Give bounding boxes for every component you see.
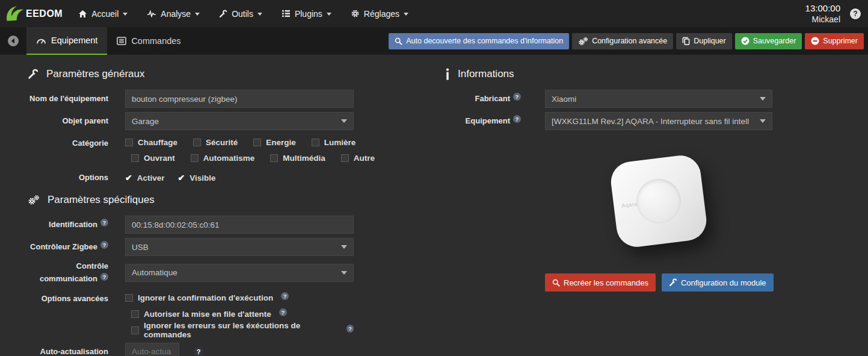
advanced-options-label: Options avancées — [18, 290, 108, 305]
chevron-down-icon — [760, 97, 766, 101]
device-image-wrap: Aqara — [545, 142, 772, 260]
category-chauffage[interactable]: Chauffage — [125, 138, 177, 147]
jeedom-logo[interactable]: EEDOM — [5, 5, 63, 22]
auto-refresh-label: Auto-actualisation (cron)? — [18, 343, 108, 356]
option-allow-queue[interactable]: Autoriser la mise en file d'attente? — [131, 306, 354, 322]
category-autre[interactable]: Autre — [341, 154, 375, 163]
manufacturer-row: Fabricant? Xiaomi — [443, 90, 780, 108]
auto-refresh-input[interactable] — [125, 343, 179, 356]
auto-discover-button[interactable]: Auto decouverte des commandes d'informat… — [389, 33, 569, 49]
pulse-icon — [147, 10, 156, 17]
equipment-model-select[interactable]: [WXKG11LM Rev.2] AQARA - Interrupteur sa… — [545, 112, 772, 130]
general-parameters-section: Paramètres généraux Nom de l'équipement … — [0, 63, 372, 356]
check-icon: ✔ — [125, 173, 132, 182]
brand-text: EEDOM — [26, 8, 63, 19]
help-icon[interactable]: ? — [513, 115, 521, 123]
checkbox-icon[interactable] — [131, 326, 139, 334]
wrench-icon — [669, 278, 677, 287]
tab-bar: Equipement Commandes Auto decouverte des… — [0, 27, 868, 55]
option-activer[interactable]: ✔Activer — [125, 173, 165, 183]
menu-outils[interactable]: Outils — [219, 9, 262, 19]
category-ouvrant[interactable]: Ouvrant — [131, 154, 175, 163]
help-icon[interactable]: ? — [194, 347, 203, 356]
equipment-name-row: Nom de l'équipement — [18, 90, 372, 108]
module-actions-row: Recréer les commandes Configuration du m… — [545, 273, 780, 292]
chevron-down-icon — [760, 119, 766, 123]
global-help-icon[interactable]: ? — [850, 8, 861, 19]
checkbox-icon[interactable] — [270, 154, 278, 162]
chevron-down-icon — [341, 271, 347, 275]
menu-plugins[interactable]: Plugins — [282, 9, 331, 19]
category-row: Catégorie Chauffage Sécurité Energie Lum… — [18, 134, 372, 166]
help-icon[interactable]: ? — [100, 241, 108, 249]
menu-accueil[interactable]: Accueil — [78, 9, 128, 19]
search-icon — [552, 279, 560, 287]
communication-control-label: Contrôle communication? — [18, 260, 108, 286]
help-icon[interactable]: ? — [100, 219, 108, 226]
zigbee-controller-label: Contrôleur Zigbee? — [18, 241, 108, 254]
option-ignore-confirmation[interactable]: Ignorer la confirmation d'exécution? — [125, 290, 354, 306]
search-icon — [395, 37, 402, 45]
checkbox-icon[interactable] — [191, 154, 199, 162]
delete-button[interactable]: Supprimer — [805, 33, 864, 49]
help-icon[interactable]: ? — [346, 325, 354, 333]
identification-label: Identification? — [18, 219, 108, 231]
menu-label: Plugins — [295, 9, 322, 19]
identification-input[interactable] — [125, 216, 354, 234]
checkbox-icon[interactable] — [312, 139, 319, 146]
checkbox-icon[interactable] — [131, 154, 139, 162]
menu-analyse[interactable]: Analyse — [147, 9, 200, 19]
recreate-commands-button[interactable]: Recréer les commandes — [545, 273, 656, 292]
parent-object-select[interactable]: Garage — [125, 112, 354, 130]
option-ignore-errors[interactable]: Ignorer les erreurs sur les éxécutions d… — [131, 322, 354, 339]
info-icon — [445, 68, 450, 80]
save-button[interactable]: Sauvegarder — [735, 33, 802, 49]
category-energie[interactable]: Energie — [253, 138, 296, 147]
gears-icon — [28, 195, 40, 205]
module-config-button[interactable]: Configuration du module — [662, 273, 774, 292]
equipment-model-row: Equipement? [WXKG11LM Rev.2] AQARA - Int… — [443, 112, 780, 130]
help-icon[interactable]: ? — [281, 292, 289, 300]
help-icon[interactable]: ? — [279, 308, 287, 316]
checkbox-icon[interactable] — [193, 139, 201, 146]
checkbox-icon[interactable] — [253, 139, 261, 146]
advanced-config-button[interactable]: Configuration avancée — [572, 33, 673, 49]
duplicate-button[interactable]: Dupliquer — [676, 33, 732, 49]
communication-control-select[interactable]: Automatique — [125, 264, 354, 282]
category-lumiere[interactable]: Lumière — [312, 138, 356, 147]
menu-reglages[interactable]: Réglages — [351, 9, 408, 19]
informations-section: Informations Fabricant? Xiaomi Equipemen… — [443, 63, 780, 356]
options-row: Options ✔Activer ✔Visible — [18, 170, 372, 186]
category-securite[interactable]: Sécurité — [193, 138, 238, 147]
chevron-down-icon — [327, 13, 331, 16]
manufacturer-label: Fabricant? — [443, 93, 521, 105]
equipment-name-input[interactable] — [125, 90, 354, 108]
tab-commandes[interactable]: Commandes — [107, 27, 190, 55]
chevron-down-icon — [195, 13, 200, 16]
toolbar-actions: Auto decouverte des commandes d'informat… — [389, 33, 868, 49]
checkbox-icon[interactable] — [125, 139, 133, 146]
category-multimedia[interactable]: Multimédia — [270, 154, 325, 163]
checkbox-icon[interactable] — [341, 154, 349, 162]
tab-equipement[interactable]: Equipement — [26, 27, 107, 55]
list-alt-icon — [117, 37, 126, 45]
general-parameters-title: Paramètres généraux — [28, 68, 372, 80]
option-visible[interactable]: ✔Visible — [178, 173, 216, 183]
top-navigation: EEDOM Accueil Analyse Outils Plugins — [0, 0, 868, 27]
tachometer-icon — [36, 36, 46, 45]
manufacturer-select[interactable]: Xiaomi — [545, 90, 772, 108]
tab-label: Commandes — [131, 36, 180, 46]
minus-circle-icon — [811, 37, 819, 45]
zigbee-controller-select[interactable]: USB — [125, 238, 354, 256]
device-image: Aqara — [609, 153, 709, 249]
check-icon: ✔ — [178, 173, 185, 182]
back-button[interactable] — [0, 35, 26, 47]
checkbox-icon[interactable] — [131, 310, 139, 318]
category-automatisme[interactable]: Automatisme — [191, 154, 255, 163]
help-icon[interactable]: ? — [513, 93, 521, 101]
help-icon[interactable]: ? — [100, 273, 108, 281]
user-name[interactable]: Mickael — [805, 14, 840, 25]
checkbox-icon[interactable] — [125, 294, 133, 302]
list-icon — [282, 10, 291, 17]
chevron-down-icon — [257, 13, 262, 16]
